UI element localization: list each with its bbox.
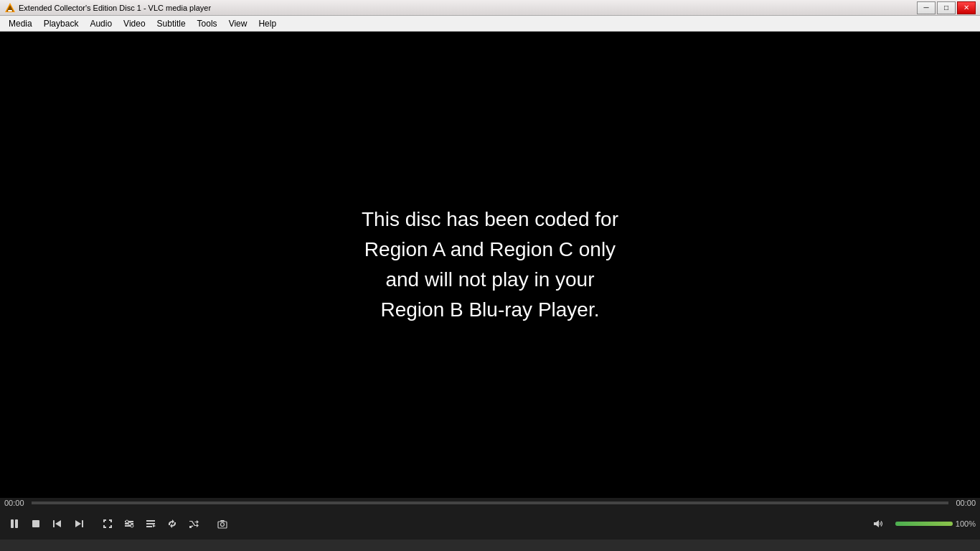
svg-rect-5	[32, 520, 39, 527]
controls-bar: 100%	[0, 508, 980, 540]
title-bar: Extended Collector's Edition Disc 1 - VL…	[0, 0, 980, 16]
window-title: Extended Collector's Edition Disc 1 - VL…	[19, 4, 917, 12]
menu-help[interactable]: Help	[253, 17, 282, 30]
menu-bar: Media Playback Audio Video Subtitle Tool…	[0, 16, 980, 32]
video-area: This disc has been coded for Region A an…	[0, 32, 980, 498]
next-button[interactable]	[69, 514, 89, 534]
seek-bar[interactable]	[32, 501, 949, 504]
volume-area: 100%	[895, 519, 976, 528]
svg-rect-6	[53, 520, 55, 527]
svg-marker-9	[75, 520, 81, 527]
message-line3: and will not play in your	[385, 268, 594, 291]
video-message: This disc has been coded for Region A an…	[362, 204, 618, 325]
menu-subtitle[interactable]: Subtitle	[151, 17, 192, 30]
close-button[interactable]: ✕	[957, 1, 976, 14]
svg-rect-16	[146, 520, 155, 522]
svg-point-13	[126, 520, 128, 523]
svg-rect-3	[11, 519, 14, 528]
svg-rect-8	[82, 520, 83, 527]
menu-video[interactable]: Video	[118, 17, 151, 30]
message-line4: Region B Blu-ray Player.	[380, 298, 599, 321]
playlist-button[interactable]	[141, 514, 161, 534]
window-controls: ─ □ ✕	[917, 1, 976, 14]
volume-percent: 100%	[956, 519, 976, 528]
maximize-button[interactable]: □	[937, 1, 956, 14]
volume-slider[interactable]	[895, 522, 953, 526]
svg-rect-17	[146, 523, 155, 524]
previous-button[interactable]	[47, 514, 67, 534]
fullscreen-button[interactable]	[98, 514, 118, 534]
vlc-icon	[4, 2, 16, 14]
svg-marker-22	[874, 520, 879, 527]
minimize-button[interactable]: ─	[917, 1, 936, 14]
svg-marker-7	[55, 520, 61, 527]
message-line1: This disc has been coded for	[362, 208, 618, 230]
svg-rect-4	[15, 519, 18, 528]
menu-audio[interactable]: Audio	[84, 17, 118, 30]
menu-view[interactable]: View	[223, 17, 253, 30]
extended-settings-button[interactable]	[119, 514, 139, 534]
menu-tools[interactable]: Tools	[192, 17, 223, 30]
svg-rect-2	[8, 10, 12, 11]
seek-bar-row: 00:00 00:00	[0, 498, 980, 508]
random-button[interactable]	[184, 514, 204, 534]
menu-playback[interactable]: Playback	[38, 17, 85, 30]
snapshot-button[interactable]	[212, 514, 232, 534]
volume-fill	[895, 522, 953, 526]
menu-media[interactable]: Media	[3, 17, 38, 30]
loop-button[interactable]	[162, 514, 182, 534]
svg-marker-19	[153, 524, 156, 527]
message-line2: Region A and Region C only	[364, 238, 616, 260]
volume-button[interactable]	[868, 514, 888, 534]
time-current: 00:00	[0, 499, 29, 507]
pause-button[interactable]	[4, 514, 24, 534]
stop-button[interactable]	[26, 514, 46, 534]
svg-point-21	[221, 523, 225, 527]
time-total: 00:00	[951, 499, 980, 507]
svg-point-15	[131, 524, 133, 527]
svg-rect-18	[146, 526, 152, 527]
